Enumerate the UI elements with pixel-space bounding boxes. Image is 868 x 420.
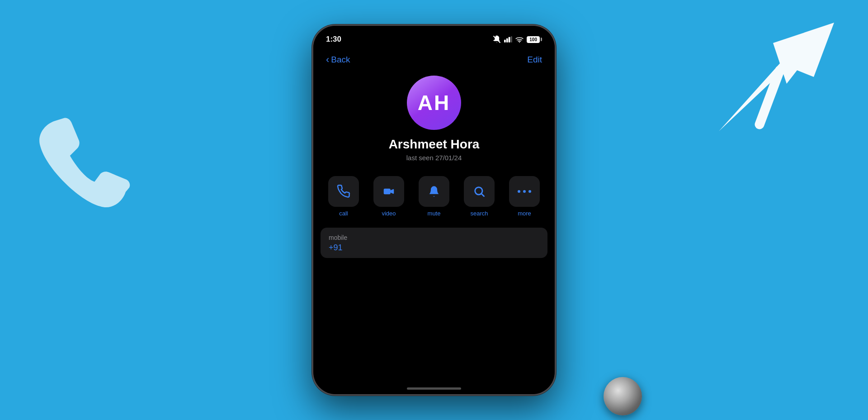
silent-icon xyxy=(493,35,501,43)
contact-status: last seen 27/01/24 xyxy=(406,154,462,162)
screen-content: ‹ Back Edit AH Arshmeet Hora last seen 2… xyxy=(313,50,555,394)
bell-icon xyxy=(428,185,440,198)
bg-phone-decoration xyxy=(14,91,158,235)
more-label: more xyxy=(518,210,531,217)
mute-button-icon[interactable] xyxy=(419,176,449,207)
nav-bar: ‹ Back Edit xyxy=(313,50,555,67)
avatar: AH xyxy=(407,76,461,130)
back-label: Back xyxy=(331,55,350,65)
edit-button[interactable]: Edit xyxy=(527,55,542,65)
svg-point-8 xyxy=(519,42,520,43)
profile-section: AH Arshmeet Hora last seen 27/01/24 xyxy=(313,67,555,171)
battery-icon: 100 xyxy=(527,36,542,43)
dynamic-island xyxy=(407,32,461,47)
status-time: 1:30 xyxy=(326,35,341,44)
phone-icon xyxy=(337,185,350,198)
video-label: video xyxy=(382,210,396,217)
edit-label: Edit xyxy=(527,55,542,64)
call-action[interactable]: call xyxy=(324,176,363,217)
svg-point-11 xyxy=(518,190,520,193)
action-buttons-row: call video mute xyxy=(313,171,555,224)
video-button-icon[interactable] xyxy=(373,176,404,207)
more-button-icon[interactable] xyxy=(509,176,540,207)
video-action[interactable]: video xyxy=(369,176,409,217)
home-indicator xyxy=(407,387,461,390)
svg-rect-5 xyxy=(506,38,508,43)
call-label: call xyxy=(339,210,348,217)
ellipsis-icon xyxy=(517,189,532,194)
svg-rect-6 xyxy=(509,37,510,43)
mute-action[interactable]: mute xyxy=(414,176,454,217)
svg-rect-4 xyxy=(504,40,506,43)
contact-name: Arshmeet Hora xyxy=(389,137,480,152)
search-icon xyxy=(473,185,486,198)
svg-point-13 xyxy=(528,190,531,193)
search-button-icon[interactable] xyxy=(464,176,495,207)
avatar-initials: AH xyxy=(418,91,450,115)
svg-line-10 xyxy=(481,194,484,196)
bottom-metal-piece xyxy=(604,377,642,415)
svg-rect-7 xyxy=(511,36,512,43)
phone-device: 1:30 xyxy=(312,24,556,396)
call-button-icon[interactable] xyxy=(328,176,359,207)
battery-label: 100 xyxy=(529,37,537,42)
bg-arrow-decoration xyxy=(705,9,841,136)
status-icons: 100 xyxy=(493,35,542,43)
mute-label: mute xyxy=(428,210,441,217)
video-icon xyxy=(382,185,396,198)
mobile-label: mobile xyxy=(329,234,539,241)
svg-point-12 xyxy=(523,190,526,193)
back-chevron-icon: ‹ xyxy=(326,55,329,65)
search-action[interactable]: search xyxy=(459,176,499,217)
wifi-icon xyxy=(515,36,524,43)
back-button[interactable]: ‹ Back xyxy=(326,55,350,65)
search-label: search xyxy=(470,210,488,217)
signal-icon xyxy=(504,36,512,43)
more-action[interactable]: more xyxy=(505,176,544,217)
mobile-number[interactable]: +91 xyxy=(329,243,539,253)
mobile-section: mobile +91 xyxy=(321,228,547,258)
